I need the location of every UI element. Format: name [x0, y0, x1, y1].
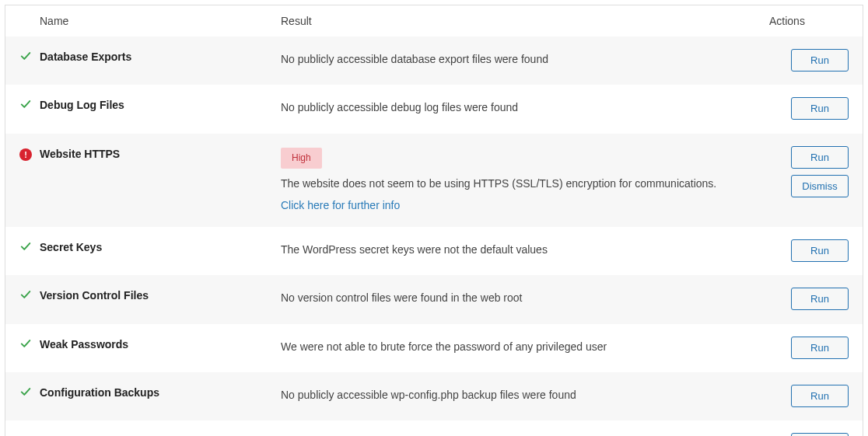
scan-result: We were not able to brute force the pass… [273, 324, 761, 372]
result-text: The WordPress secret keys were not the d… [281, 241, 754, 258]
scan-name: Weak Passwords [40, 324, 273, 372]
result-text: No publicly accessible debug log files w… [281, 99, 754, 116]
security-scan-table: Name Result Actions Database ExportsNo p… [5, 5, 863, 436]
table-row: Version Control FilesNo version control … [5, 275, 863, 323]
run-button[interactable]: Run [791, 97, 849, 120]
column-header-name: Name [40, 5, 273, 37]
run-button[interactable]: Run [791, 337, 849, 359]
actions-cell: Run [761, 324, 863, 372]
result-text: No publicly accessible database export f… [281, 51, 754, 68]
actions-cell: Run [761, 227, 863, 275]
scan-name: Debug Log Files [40, 85, 273, 133]
table-row: Secret KeysThe WordPress secret keys wer… [5, 227, 863, 275]
result-text: The website does not seem to be using HT… [281, 175, 754, 192]
scan-result: HighThe website does not seem to be usin… [273, 134, 761, 227]
table-row: Configuration BackupsNo publicly accessi… [5, 372, 863, 420]
actions-cell: Run [761, 275, 863, 323]
table-row: XML-RPC EnabledXML-RPC was found to be d… [5, 420, 863, 436]
scan-result: No version control files were found in t… [273, 275, 761, 323]
check-icon [20, 99, 31, 110]
actions-cell: Run [761, 85, 863, 133]
run-button[interactable]: Run [791, 49, 849, 72]
run-button[interactable]: Run [791, 288, 849, 310]
check-icon [20, 386, 31, 397]
scan-result: No publicly accessible database export f… [273, 37, 761, 85]
actions-cell: Run [761, 420, 863, 436]
check-icon [20, 241, 31, 252]
run-button[interactable]: Run [791, 146, 849, 169]
actions-cell: Run [761, 372, 863, 420]
check-icon [20, 51, 31, 61]
scan-result: No publicly accessible debug log files w… [273, 85, 761, 133]
scan-result: The WordPress secret keys were not the d… [273, 227, 761, 275]
alert-icon: ! [19, 148, 32, 161]
scan-name: XML-RPC Enabled [40, 420, 273, 436]
scan-name: Configuration Backups [40, 372, 273, 420]
scan-result: XML-RPC was found to be disabled [273, 420, 761, 436]
scan-result: No publicly accessible wp-config.php bac… [273, 372, 761, 420]
result-text: No publicly accessible wp-config.php bac… [281, 386, 754, 403]
table-row: Debug Log FilesNo publicly accessible de… [5, 85, 863, 133]
actions-cell: Run [761, 37, 863, 85]
run-button[interactable]: Run [791, 239, 849, 262]
run-button[interactable]: Run [791, 385, 849, 407]
dismiss-button[interactable]: Dismiss [791, 175, 849, 197]
check-icon [20, 338, 31, 349]
severity-badge: High [281, 148, 322, 169]
column-header-result: Result [273, 5, 761, 37]
scan-name: Database Exports [40, 37, 273, 85]
run-button[interactable]: Run [791, 433, 849, 436]
actions-cell: RunDismiss [761, 134, 863, 227]
result-text: We were not able to brute force the pass… [281, 338, 754, 355]
column-header-actions: Actions [761, 5, 863, 37]
table-row: Database ExportsNo publicly accessible d… [5, 37, 863, 85]
scan-name: Version Control Files [40, 275, 273, 323]
table-row: Weak PasswordsWe were not able to brute … [5, 324, 863, 372]
scan-name: Website HTTPS [40, 134, 273, 227]
scan-name: Secret Keys [40, 227, 273, 275]
result-text: No version control files were found in t… [281, 289, 754, 306]
further-info-link[interactable]: Click here for further info [281, 199, 400, 211]
table-row: !Website HTTPSHighThe website does not s… [5, 134, 863, 227]
table-header-row: Name Result Actions [5, 5, 863, 37]
check-icon [20, 289, 31, 300]
